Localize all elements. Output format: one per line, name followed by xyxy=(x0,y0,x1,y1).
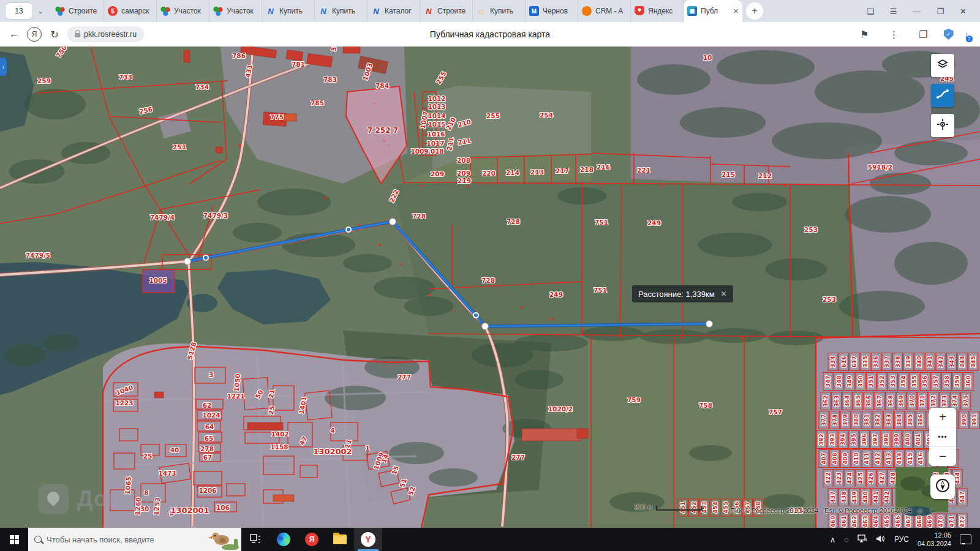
protect-shield-icon[interactable]: ✓ xyxy=(944,29,954,40)
browser-tab[interactable]: Яндекс xyxy=(631,0,684,22)
tab-label: CRM - A xyxy=(595,7,623,15)
scale-label: 200 м xyxy=(635,503,652,511)
reload-button[interactable]: ↻ xyxy=(45,29,64,40)
screen: 7502597337342562517864317817837857755431… xyxy=(0,0,980,551)
browser-tab[interactable]: NКупить xyxy=(262,0,315,22)
edge-icon[interactable] xyxy=(270,528,298,551)
clock[interactable]: 12:05 04.03.2024 xyxy=(918,531,951,549)
close-window-button[interactable]: ✕ xyxy=(960,7,967,16)
zoom-in-button[interactable]: + xyxy=(929,408,956,427)
watermark: Домклик xyxy=(38,484,177,514)
browser-tab[interactable]: ▣Публ✕ xyxy=(684,0,742,22)
minimize-button[interactable]: — xyxy=(913,7,921,16)
taskbar: Чтобы начать поиск, введите Я Y ∧ ◌ xyxy=(0,528,980,551)
new-tab-button[interactable]: + xyxy=(746,2,763,20)
tray-chevron-icon[interactable]: ∧ xyxy=(830,535,836,544)
tab-label: самарск xyxy=(121,7,149,15)
start-button[interactable] xyxy=(0,528,28,551)
tab-label: Участок xyxy=(174,7,201,15)
url-text[interactable]: pkk.rosreestr.ru xyxy=(84,30,137,39)
yandex-home-button[interactable]: Я xyxy=(27,27,42,42)
maximize-button[interactable]: ❐ xyxy=(937,7,944,16)
bookmark-icon[interactable]: ⚑ xyxy=(856,29,874,40)
export-icon[interactable]: ↑ xyxy=(929,506,933,515)
yandex-n-red-favicon: N xyxy=(424,6,434,16)
browser-tab[interactable]: Участок xyxy=(209,0,262,22)
browser-toolbar: ← Я ↻ pkk.rosreestr.ru Публичная кадастр… xyxy=(0,22,980,47)
sidebar-handle[interactable]: › xyxy=(0,58,7,76)
panels-icon[interactable]: ❏ xyxy=(867,7,874,16)
yandex-n-blue-favicon: N xyxy=(318,6,328,16)
map-canvas[interactable] xyxy=(0,0,980,551)
tray-sync-icon[interactable]: ◌ xyxy=(844,535,849,544)
network-icon[interactable] xyxy=(858,534,867,545)
tab-label: Участок xyxy=(227,7,254,15)
locate-button[interactable] xyxy=(931,114,954,137)
search-bird-image xyxy=(203,529,240,550)
browser-tab[interactable]: 5самарск xyxy=(104,0,157,22)
tab-close-icon[interactable]: ✕ xyxy=(733,7,739,15)
tab-label: Строите xyxy=(69,7,97,15)
attribution-esri: Esri © Росреестр 2010-2024 xyxy=(824,507,911,514)
menu-icon[interactable]: ☰ xyxy=(890,7,897,16)
crosshair-icon xyxy=(937,118,949,133)
pkk-teal-favicon: ▣ xyxy=(687,6,697,16)
zoom-controls: + ••• − xyxy=(929,408,956,466)
map-attribution: ПКК © Росреестр 2010-2024 Esri © Росреес… xyxy=(730,506,933,515)
notifications-icon[interactable] xyxy=(960,534,971,544)
address-bar[interactable]: pkk.rosreestr.ru xyxy=(67,26,144,42)
home-icon[interactable]: ⌂ xyxy=(918,506,922,515)
yandex-n-blue-favicon: N xyxy=(266,6,276,16)
measure-tool-button[interactable] xyxy=(931,84,954,107)
taskbar-search[interactable]: Чтобы начать поиск, введите xyxy=(28,528,241,551)
distance-tooltip: Расстояние: 1,339км ✕ xyxy=(632,285,733,302)
tab-label: Яндекс xyxy=(648,7,673,15)
badge-5-favicon: 5 xyxy=(108,6,118,16)
yandex-app-icon[interactable]: Y xyxy=(354,528,382,551)
browser-tab[interactable]: NСтроите xyxy=(420,0,473,22)
close-icon[interactable]: ✕ xyxy=(721,290,727,298)
downloads-button[interactable]: ↓2 xyxy=(965,29,970,40)
tab-label: Каталог xyxy=(385,7,412,15)
search-placeholder: Чтобы начать поиск, введите xyxy=(47,535,154,544)
watermark-logo xyxy=(38,484,69,514)
tabs: Строите5самарскУчастокУчастокNКупитьNКуп… xyxy=(51,0,742,22)
dots-tricolor-favicon xyxy=(55,6,65,16)
task-view-button[interactable] xyxy=(241,528,270,551)
browser-tab[interactable]: NКаталог xyxy=(368,0,420,22)
yandex-browser-icon[interactable]: Я xyxy=(298,528,326,551)
tab-panel-icon[interactable]: ❐ xyxy=(914,29,933,40)
file-explorer-icon[interactable] xyxy=(326,528,354,551)
window-buttons: ❏ ☰ — ❐ ✕ xyxy=(867,7,980,16)
browser-tab[interactable]: Строите xyxy=(51,0,104,22)
clock-date: 04.03.2024 xyxy=(918,539,951,548)
zoom-out-button[interactable]: − xyxy=(929,447,956,466)
zoom-more-button[interactable]: ••• xyxy=(929,427,956,447)
tab-bar: 13 ⌄ Строите5самарскУчастокУчастокNКупит… xyxy=(0,0,980,22)
scale-line xyxy=(656,506,703,511)
browser-tab[interactable]: CRM - A xyxy=(578,0,631,22)
tab-counter-chevron-icon[interactable]: ⌄ xyxy=(33,7,48,15)
tab-label: Купить xyxy=(279,7,303,15)
system-tray: ∧ ◌ РУС 12:05 04.03.2024 xyxy=(830,531,980,549)
crm-orange-favicon xyxy=(582,6,592,16)
search-icon xyxy=(34,536,42,543)
browser-tab[interactable]: Участок xyxy=(157,0,209,22)
tab-label: Купить xyxy=(490,7,513,15)
distance-value: Расстояние: 1,339км xyxy=(638,290,715,299)
back-button[interactable]: ← xyxy=(5,29,23,40)
layers-button[interactable] xyxy=(931,54,954,77)
toolbar-right: ⚑ ⋮ ❐ ✓ ↓2 xyxy=(856,29,980,40)
compass-button[interactable] xyxy=(930,474,955,499)
language-indicator[interactable]: РУС xyxy=(894,535,909,544)
browser-tab[interactable]: МЧернов xyxy=(526,0,578,22)
pin-red-favicon xyxy=(635,6,644,16)
browser-tab[interactable]: ⌂Купить xyxy=(473,0,526,22)
browser-tab[interactable]: NКупить xyxy=(315,0,368,22)
tab-label: Чернов xyxy=(543,7,568,15)
volume-icon[interactable] xyxy=(876,534,886,545)
tab-counter[interactable]: 13 xyxy=(5,2,33,20)
dots-tricolor-favicon xyxy=(160,6,170,16)
dots-tricolor-favicon xyxy=(213,6,223,16)
more-icon[interactable]: ⋮ xyxy=(885,29,903,40)
